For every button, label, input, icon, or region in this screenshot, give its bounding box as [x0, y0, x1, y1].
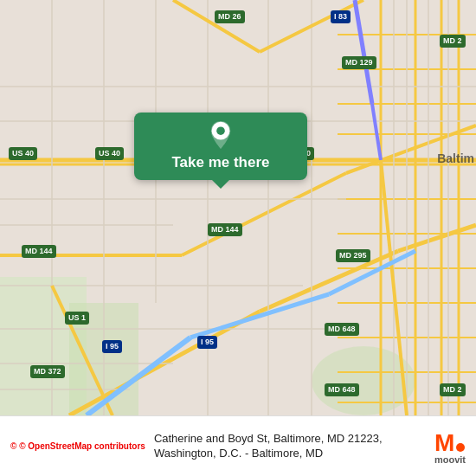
- shield-us1: US 1: [65, 312, 89, 325]
- shield-md648b: MD 648: [325, 383, 359, 396]
- bottom-bar: © © OpenStreetMap contributors Catherine…: [0, 415, 476, 476]
- pin-icon: [207, 121, 235, 149]
- shield-md144a: MD 144: [22, 245, 56, 258]
- moovit-icon: M: [434, 428, 466, 454]
- shield-us40b: US 40: [95, 147, 124, 160]
- shield-md648a: MD 648: [325, 323, 359, 336]
- take-me-there-button[interactable]: Take me there: [134, 113, 307, 180]
- svg-point-55: [216, 126, 225, 135]
- baltimore-label: Baltim: [437, 151, 474, 165]
- svg-point-57: [456, 443, 465, 452]
- svg-text:M: M: [434, 429, 454, 454]
- shield-i95a: I 95: [102, 340, 122, 353]
- osm-attribution: © © OpenStreetMap contributors: [10, 441, 145, 451]
- moovit-logo: M moovit: [434, 428, 466, 465]
- shield-md144b: MD 144: [208, 223, 242, 236]
- shield-md295: MD 295: [336, 249, 370, 262]
- shield-md2-top: MD 2: [440, 35, 466, 48]
- shield-md26: MD 26: [215, 10, 245, 23]
- shield-md2-bot: MD 2: [440, 383, 466, 396]
- address-line2: Washington, D.C. - Baltimore, MD: [154, 447, 383, 461]
- shield-i83: I 83: [331, 10, 351, 23]
- shield-i95b: I 95: [197, 336, 217, 349]
- address-block: Catherine and Boyd St, Baltimore, MD 212…: [154, 432, 383, 461]
- shield-md372: MD 372: [30, 365, 65, 378]
- osm-text: © OpenStreetMap contributors: [19, 441, 145, 451]
- shield-us40a: US 40: [9, 147, 37, 160]
- moovit-text: moovit: [434, 454, 466, 465]
- take-me-there-label: Take me there: [171, 154, 269, 171]
- shield-md129: MD 129: [342, 56, 376, 69]
- address-line1: Catherine and Boyd St, Baltimore, MD 212…: [154, 432, 383, 447]
- map-container: MD 26 I 83 MD 2 MD 129 US 40 US 40 US 40…: [0, 0, 476, 415]
